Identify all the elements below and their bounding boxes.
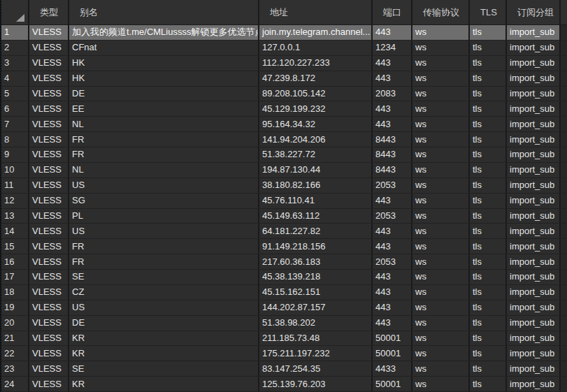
cell-port: 443 [373, 56, 412, 71]
cell-tls: tls [470, 87, 507, 101]
select-all-corner[interactable] [0, 0, 29, 24]
table-row[interactable]: 14VLESSUS64.181.227.82443wstlsimport_sub [0, 224, 567, 239]
table-row[interactable]: 12VLESSSG45.76.110.41443wstlsimport_sub [0, 194, 567, 209]
cell-type: VLESS [29, 224, 69, 238]
cell-group: import_sub [507, 254, 561, 269]
table-row[interactable]: 16VLESSFR217.60.36.1832053wstlsimport_su… [0, 254, 567, 270]
row-header[interactable]: 5 [0, 87, 29, 101]
table-row[interactable]: 9VLESSFR51.38.227.728443wstlsimport_sub [0, 147, 567, 163]
cell-address: 112.120.227.233 [259, 56, 373, 71]
table-row[interactable]: 4VLESSHK47.239.8.172443wstlsimport_sub [0, 71, 567, 87]
row-header[interactable]: 8 [0, 132, 29, 147]
row-header[interactable]: 14 [0, 224, 29, 238]
table-row[interactable]: 5VLESSDE89.208.105.1422083wstlsimport_su… [0, 87, 567, 102]
cell-alias: CFnat [69, 41, 259, 55]
row-filler [561, 101, 567, 116]
table-row[interactable]: 7VLESSNL95.164.34.32443wstlsimport_sub [0, 117, 567, 132]
row-header[interactable]: 1 [0, 25, 29, 40]
row-filler [561, 285, 567, 300]
table-row[interactable]: 3VLESSHK112.120.227.233443wstlsimport_su… [0, 56, 567, 71]
col-header-transport[interactable]: 传输协议 [412, 0, 470, 24]
table-row[interactable]: 15VLESSFR91.149.218.156443wstlsimport_su… [0, 239, 567, 254]
table-row[interactable]: 8VLESSFR141.94.204.2068443wstlsimport_su… [0, 132, 567, 147]
col-header-group[interactable]: 订阅分组 [507, 0, 561, 24]
row-header[interactable]: 18 [0, 285, 29, 300]
cell-transport: ws [412, 56, 470, 71]
table-row[interactable]: 6VLESSEE45.129.199.232443wstlsimport_sub [0, 101, 567, 117]
cell-type: VLESS [29, 163, 69, 177]
row-header[interactable]: 16 [0, 254, 29, 269]
row-filler [561, 361, 567, 376]
cell-group: import_sub [507, 209, 561, 224]
row-header[interactable]: 10 [0, 163, 29, 177]
row-header[interactable]: 11 [0, 178, 29, 193]
row-header[interactable]: 19 [0, 300, 29, 315]
row-header[interactable]: 23 [0, 361, 29, 376]
cell-tls: tls [470, 41, 507, 55]
row-filler [561, 71, 567, 86]
cell-type: VLESS [29, 56, 69, 71]
row-header[interactable]: 3 [0, 56, 29, 71]
col-header-type[interactable]: 类型 [29, 0, 69, 24]
col-header-alias[interactable]: 别名 [69, 0, 259, 24]
cell-type: VLESS [29, 147, 69, 162]
cell-port: 443 [373, 194, 412, 208]
table-row[interactable]: 10VLESSNL194.87.130.448443wstlsimport_su… [0, 163, 567, 178]
row-header[interactable]: 17 [0, 270, 29, 284]
table-row[interactable]: 23VLESSSE83.147.254.354433wstlsimport_su… [0, 361, 567, 377]
cell-port: 2053 [373, 178, 412, 193]
cell-group: import_sub [507, 132, 561, 147]
row-header[interactable]: 7 [0, 117, 29, 131]
cell-type: VLESS [29, 300, 69, 315]
cell-port: 443 [373, 101, 412, 116]
cell-alias: HK [69, 71, 259, 86]
col-header-port[interactable]: 端口 [373, 0, 412, 24]
cell-alias: SE [69, 361, 259, 376]
row-filler [561, 25, 567, 40]
row-header[interactable]: 12 [0, 194, 29, 208]
table-row[interactable]: 18VLESSCZ45.15.162.151443wstlsimport_sub [0, 285, 567, 300]
cell-port: 2053 [373, 254, 412, 269]
cell-alias: PL [69, 209, 259, 224]
cell-type: VLESS [29, 41, 69, 55]
col-header-tls[interactable]: TLS [470, 0, 507, 24]
row-header[interactable]: 2 [0, 41, 29, 55]
table-row[interactable]: 17VLESSSE45.38.139.218443wstlsimport_sub [0, 270, 567, 285]
row-header[interactable]: 15 [0, 239, 29, 254]
row-header[interactable]: 22 [0, 346, 29, 361]
row-header[interactable]: 21 [0, 331, 29, 346]
row-header[interactable]: 9 [0, 147, 29, 162]
row-header[interactable]: 13 [0, 209, 29, 224]
cell-alias: FR [69, 132, 259, 147]
table-row[interactable]: 2VLESSCFnat127.0.0.11234wstlsimport_sub [0, 41, 567, 56]
table-row[interactable]: 21VLESSKR211.185.73.4850001wstlsimport_s… [0, 331, 567, 347]
row-filler [561, 331, 567, 346]
cell-tls: tls [470, 178, 507, 193]
cell-group: import_sub [507, 331, 561, 346]
table-row[interactable]: 22VLESSKR175.211.197.23250001wstlsimport… [0, 346, 567, 361]
row-header[interactable]: 4 [0, 71, 29, 86]
cell-tls: tls [470, 163, 507, 177]
table-row[interactable]: 1VLESS加入我的频道t.me/CMLiussss解锁更多优选节点join.m… [0, 25, 567, 41]
cell-transport: ws [412, 132, 470, 147]
row-header[interactable]: 24 [0, 377, 29, 391]
cell-tls: tls [470, 377, 507, 391]
cell-port: 443 [373, 71, 412, 86]
cell-address: 141.94.204.206 [259, 132, 373, 147]
cell-address: 89.208.105.142 [259, 87, 373, 101]
cell-tls: tls [470, 147, 507, 162]
table-row[interactable]: 13VLESSPL45.149.63.1122053wstlsimport_su… [0, 209, 567, 224]
cell-tls: tls [470, 25, 507, 40]
table-row[interactable]: 11VLESSUS38.180.82.1662053wstlsimport_su… [0, 178, 567, 194]
table-row[interactable]: 24VLESSKR125.139.76.20350001wstlsimport_… [0, 377, 567, 392]
cell-address: 45.129.199.232 [259, 101, 373, 116]
cell-tls: tls [470, 361, 507, 376]
table-row[interactable]: 20VLESSDE51.38.98.202443wstlsimport_sub [0, 316, 567, 331]
cell-group: import_sub [507, 270, 561, 284]
cell-address: 64.181.227.82 [259, 224, 373, 238]
col-header-address[interactable]: 地址 [259, 0, 373, 24]
row-header[interactable]: 20 [0, 316, 29, 331]
row-header[interactable]: 6 [0, 101, 29, 116]
table-row[interactable]: 19VLESSUS144.202.87.157443wstlsimport_su… [0, 300, 567, 316]
cell-group: import_sub [507, 346, 561, 361]
